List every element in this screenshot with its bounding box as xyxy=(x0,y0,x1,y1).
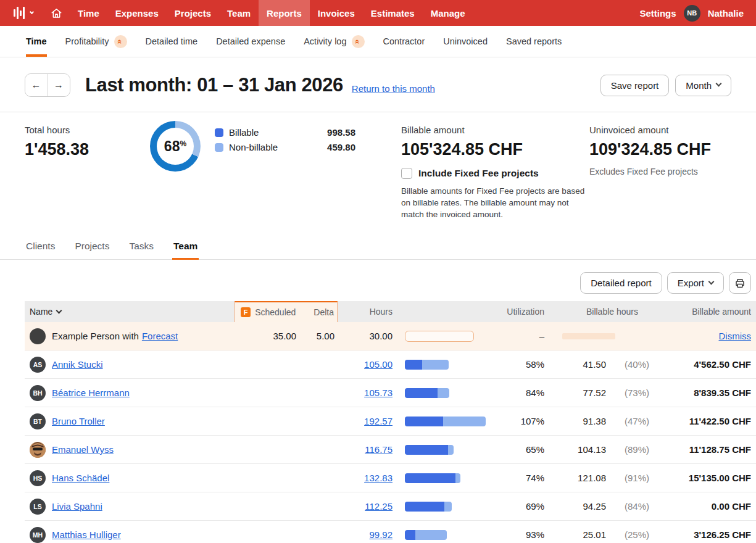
column-header-billable-hours: Billable hours xyxy=(544,307,649,317)
upgrade-badge-icon: « xyxy=(352,35,365,48)
person-avatar: BH xyxy=(30,385,46,401)
billable-bar-segment xyxy=(405,360,422,370)
user-avatar[interactable]: NB xyxy=(684,5,700,22)
person-name-link[interactable]: Emanuel Wyss xyxy=(52,444,114,455)
hours-link[interactable]: 116.75 xyxy=(365,444,393,455)
nonbillable-bar-segment xyxy=(448,445,454,455)
subnav-item-saved-reports[interactable]: Saved reports « xyxy=(506,26,562,57)
person-name-link[interactable]: Matthias Hulliger xyxy=(52,529,121,540)
billable-bar-segment xyxy=(405,417,443,426)
billable-amount-value: 15'135.00 CHF xyxy=(649,473,756,483)
subnav-item-detailed-time[interactable]: Detailed time « xyxy=(146,26,198,57)
hours-link[interactable]: 192.57 xyxy=(364,416,393,426)
table-body: AS Annik Stucki 105.00 58% 41.50 ( xyxy=(25,350,756,543)
hours-stacked-bar xyxy=(405,473,460,483)
table-header-row: Name F Scheduled Delta Hours Utilization… xyxy=(25,301,756,322)
billable-amount-value: 11'422.50 CHF xyxy=(649,416,756,426)
person-name-link[interactable]: Bruno Troller xyxy=(52,416,105,426)
donut-percentage: 68 xyxy=(164,138,180,155)
example-scheduled: 35.00 xyxy=(235,331,302,341)
billable-share-value: (84%) xyxy=(606,501,649,512)
hours-link[interactable]: 105.73 xyxy=(364,388,393,398)
utilization-value: 84% xyxy=(494,388,544,398)
subnav-item-uninvoiced[interactable]: Uninvoiced « xyxy=(443,26,488,57)
person-name-link[interactable]: Béatrice Herrmann xyxy=(52,388,130,398)
summary-section: Total hours 1'458.38 68% Billable 998.58… xyxy=(0,112,756,231)
nonbillable-bar-segment xyxy=(438,388,449,398)
return-to-this-month-link[interactable]: Return to this month xyxy=(352,83,435,97)
uninvoiced-amount-label: Uninvoiced amount xyxy=(589,125,711,135)
person-photo-avatar xyxy=(30,442,46,458)
subnav-item-activity-log[interactable]: Activity log « xyxy=(304,26,364,57)
subnav-item-detailed-expense[interactable]: Detailed expense « xyxy=(216,26,285,57)
utilization-value: 58% xyxy=(494,359,544,370)
example-delta: 5.00 xyxy=(302,331,338,341)
include-fixed-fee-checkbox[interactable] xyxy=(401,168,412,179)
column-header-name[interactable]: Name xyxy=(25,307,235,317)
settings-link[interactable]: Settings xyxy=(639,8,676,19)
period-select-button[interactable]: Month xyxy=(675,75,731,96)
dismiss-link[interactable]: Dismiss xyxy=(719,331,752,341)
billable-amount-value: 11'128.75 CHF xyxy=(649,444,756,455)
total-hours-label: Total hours xyxy=(25,125,89,135)
legend-label: Billable xyxy=(229,127,259,138)
hours-stacked-bar xyxy=(405,360,449,370)
topnav-item-projects[interactable]: Projects xyxy=(167,0,219,26)
topnav-item-estimates[interactable]: Estimates xyxy=(363,0,423,26)
person-avatar: LS xyxy=(30,499,46,515)
next-period-button[interactable]: → xyxy=(48,74,70,96)
billable-hours-value: 91.38 xyxy=(544,416,606,426)
subnav-item-time[interactable]: Time « xyxy=(26,26,47,57)
billable-bar-segment xyxy=(405,502,444,512)
billable-share-value: (40%) xyxy=(606,359,649,370)
column-header-billable-amount: Billable amount xyxy=(649,307,756,317)
billable-amount-value: 105'324.85 CHF xyxy=(401,140,586,159)
export-button[interactable]: Export xyxy=(667,272,724,294)
app-switcher-chevron-icon[interactable] xyxy=(30,10,34,14)
hours-stacked-bar xyxy=(405,502,452,512)
subnav-item-contractor[interactable]: Contractor « xyxy=(383,26,425,57)
example-name: Example Person with xyxy=(52,331,139,341)
fixed-fee-note: Billable amounts for Fixed Fee projects … xyxy=(401,185,585,220)
topnav-item-invoices[interactable]: Invoices xyxy=(310,0,363,26)
hours-link[interactable]: 132.83 xyxy=(364,473,393,483)
user-name[interactable]: Nathalie xyxy=(708,8,744,19)
tab-projects[interactable]: Projects xyxy=(75,241,109,259)
topnav-item-team[interactable]: Team xyxy=(219,0,259,26)
utilization-value: 93% xyxy=(494,529,544,540)
tab-tasks[interactable]: Tasks xyxy=(129,241,154,259)
utilization-value: 65% xyxy=(494,444,544,455)
hours-stacked-bar xyxy=(405,530,447,540)
forecast-link[interactable]: Forecast xyxy=(142,331,178,341)
topnav-item-expenses[interactable]: Expenses xyxy=(107,0,167,26)
table-row: Emanuel Wyss 116.75 65% 104.13 (89%) 11'… xyxy=(25,436,756,464)
save-report-button[interactable]: Save report xyxy=(600,75,670,96)
billable-hours-value: 25.01 xyxy=(544,529,606,540)
print-button[interactable] xyxy=(729,272,751,294)
topnav-item-manage[interactable]: Manage xyxy=(423,0,473,26)
tab-clients[interactable]: Clients xyxy=(26,241,55,259)
person-name-link[interactable]: Hans Schädel xyxy=(52,473,109,483)
main-menu: TimeExpensesProjectsTeamReportsInvoicesE… xyxy=(70,0,473,26)
topnav-item-time[interactable]: Time xyxy=(70,0,107,26)
legend-swatch xyxy=(215,143,223,152)
legend-item: Billable 998.58 xyxy=(215,127,355,138)
person-name-link[interactable]: Livia Spahni xyxy=(52,501,102,512)
hours-link[interactable]: 112.25 xyxy=(365,501,393,512)
person-avatar: AS xyxy=(30,357,46,373)
hours-link[interactable]: 99.92 xyxy=(369,529,393,540)
previous-period-button[interactable]: ← xyxy=(25,74,48,96)
donut-legend: Billable 998.58 Non-billable 459.80 xyxy=(215,127,355,152)
home-icon[interactable] xyxy=(43,0,70,26)
detailed-report-button[interactable]: Detailed report xyxy=(580,272,662,294)
billable-hours-value: 94.25 xyxy=(544,501,606,512)
subnav-item-profitability[interactable]: Profitability « xyxy=(65,26,127,57)
legend-value: 459.80 xyxy=(327,142,355,152)
topnav-item-reports[interactable]: Reports xyxy=(259,0,310,26)
tab-team[interactable]: Team xyxy=(173,241,197,259)
person-name-link[interactable]: Annik Stucki xyxy=(52,359,103,370)
legend-label: Non-billable xyxy=(229,142,278,152)
billable-bar-segment xyxy=(405,445,448,455)
hours-link[interactable]: 105.00 xyxy=(364,359,393,370)
harvest-logo-icon[interactable] xyxy=(14,6,25,20)
